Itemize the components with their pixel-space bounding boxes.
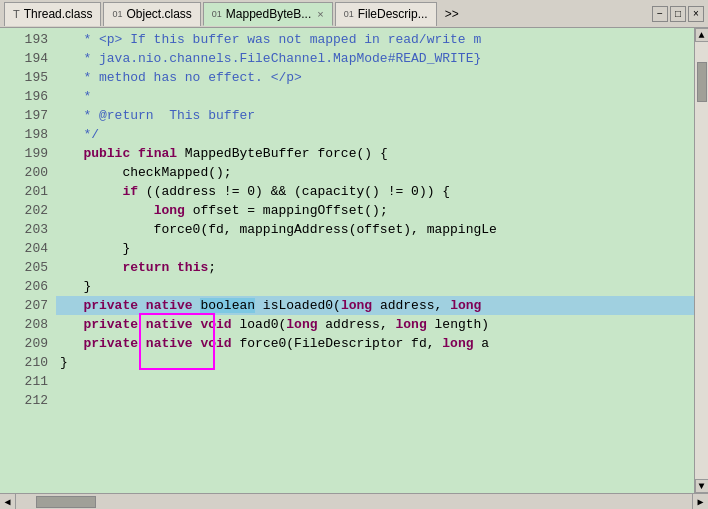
line-193: * <p> If this buffer was not mapped in r… — [56, 30, 694, 49]
line-194: * java.nio.channels.FileChannel.MapMode#… — [56, 49, 694, 68]
tab-object[interactable]: 01 Object.class — [103, 2, 200, 26]
minimize-button[interactable]: − — [652, 6, 668, 22]
line-204: } — [56, 239, 694, 258]
line-205: return this; — [56, 258, 694, 277]
line-210: private native void force0(FileDescripto… — [56, 334, 694, 353]
tab-label-mappedbyte: MappedByteB... — [226, 7, 311, 21]
line-199: public final MappedByteBuffer force() { — [56, 144, 694, 163]
code-content: * <p> If this buffer was not mapped in r… — [56, 28, 694, 493]
horizontal-scrollbar[interactable]: ◀ ▶ — [0, 493, 708, 509]
maximize-button[interactable]: □ — [670, 6, 686, 22]
line-198: */ — [56, 125, 694, 144]
tab-icon-filedesc: 01 — [344, 9, 354, 19]
close-button[interactable]: × — [688, 6, 704, 22]
line-203: force0(fd, mappingAddress(offset), mappi… — [56, 220, 694, 239]
tab-icon-thread: T — [13, 8, 20, 20]
tab-thread[interactable]: T Thread.class — [4, 2, 101, 26]
hscroll-thumb[interactable] — [36, 496, 96, 508]
line-200: checkMapped(); — [56, 163, 694, 182]
line-211: } — [56, 353, 694, 372]
line-195: * method has no effect. </p> — [56, 68, 694, 87]
tab-icon-mappedbyte: 01 — [212, 9, 222, 19]
hscroll-right-button[interactable]: ▶ — [692, 494, 708, 510]
line-196: * — [56, 87, 694, 106]
scroll-up-button[interactable]: ▲ — [695, 28, 709, 42]
tab-bar: T Thread.class 01 Object.class 01 Mapped… — [0, 0, 708, 28]
tab-close-mappedbyte[interactable]: × — [317, 8, 323, 20]
window-controls: − □ × — [652, 6, 704, 22]
hscroll-left-button[interactable]: ◀ — [0, 494, 16, 510]
line-208: private native boolean isLoaded0(long ad… — [56, 296, 694, 315]
scroll-down-button[interactable]: ▼ — [695, 479, 709, 493]
tab-label-filedesc: FileDescrip... — [358, 7, 428, 21]
tab-label-thread: Thread.class — [24, 7, 93, 21]
scroll-thumb[interactable] — [697, 62, 707, 102]
line-201: if ((address != 0) && (capacity() != 0))… — [56, 182, 694, 201]
editor-window: T Thread.class 01 Object.class 01 Mapped… — [0, 0, 708, 509]
line-202: long offset = mappingOffset(); — [56, 201, 694, 220]
vertical-scrollbar[interactable]: ▲ ▼ — [694, 28, 708, 493]
line-numbers: 193 194 195 196 197 198 199 200 201 202 … — [0, 28, 56, 493]
line-197: * @return This buffer — [56, 106, 694, 125]
hscroll-track[interactable] — [16, 494, 692, 509]
tab-icon-object: 01 — [112, 9, 122, 19]
tab-filedesc[interactable]: 01 FileDescrip... — [335, 2, 437, 26]
tab-mappedbyte[interactable]: 01 MappedByteB... × — [203, 2, 333, 26]
tab-label-object: Object.class — [126, 7, 191, 21]
tab-overflow[interactable]: >> — [439, 5, 465, 23]
line-206: } — [56, 277, 694, 296]
line-209: private native void load0(long address, … — [56, 315, 694, 334]
